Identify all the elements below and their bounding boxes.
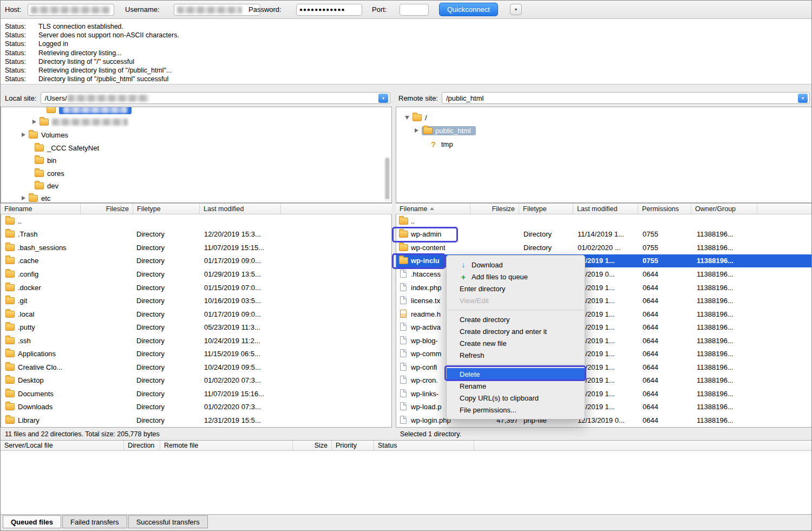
column-header-status[interactable]: Status [374, 441, 474, 450]
file-row[interactable]: .config Directory 01/29/2019 13:5... [1, 267, 391, 281]
local-file-list[interactable]: .. .Trash Directory 12/20/2019 15:3... .… [1, 214, 392, 427]
remote-directory-tree[interactable]: / public_html ? tmp [396, 107, 812, 203]
file-name: .htaccess [411, 267, 441, 281]
local-site-path-input[interactable]: /Users/ ▼ [41, 92, 390, 104]
file-row[interactable]: Downloads Directory 01/02/2020 07:3... [1, 401, 391, 414]
tab-successful-transfers[interactable]: Successful transfers [128, 515, 208, 528]
expand-arrow-icon[interactable] [22, 133, 25, 137]
remote-path-dropdown-button[interactable]: ▼ [798, 94, 808, 103]
local-list-summary: 11 files and 22 directories. Total size:… [1, 427, 392, 440]
menu-item-add-files-to-queue[interactable]: + Add files to queue [447, 271, 585, 283]
host-input[interactable] [28, 4, 114, 16]
tree-item-bin[interactable]: bin [35, 154, 56, 166]
tree-item-ccc-safetynet[interactable]: _CCC SafetyNet [35, 142, 99, 154]
file-row[interactable]: .ssh Directory 10/24/2019 11:2... [1, 334, 391, 348]
column-header-filesize[interactable]: Filesize [470, 204, 519, 214]
menu-item-refresh[interactable]: Refresh [447, 349, 585, 361]
column-header-filename[interactable]: Filename [396, 204, 470, 214]
file-row[interactable]: Library Directory 12/31/2019 15:5... [1, 414, 391, 427]
file-row[interactable]: .putty Directory 05/23/2019 11:3... [1, 320, 391, 334]
tree-item-label: dev [47, 182, 58, 190]
menu-item-file-permissions[interactable]: File permissions... [447, 404, 585, 416]
remote-site-path-input[interactable]: /public_html ▼ [442, 92, 810, 104]
menu-item-download[interactable]: ↓ Download [447, 259, 585, 271]
file-owner-group: 11388196... [697, 228, 734, 241]
transfer-queue-body[interactable] [1, 451, 812, 515]
collapse-arrow-icon[interactable] [405, 116, 409, 120]
column-header-last-modified[interactable]: Last modified [200, 204, 281, 214]
column-header-permissions[interactable]: Permissions [638, 204, 691, 214]
file-row[interactable]: Desktop Directory 01/02/2020 07:3... [1, 374, 391, 388]
username-input[interactable] [174, 4, 260, 16]
file-name: wp-login.php [411, 414, 451, 427]
status-line: Status:Directory listing of "/public_htm… [1, 75, 812, 83]
tree-item-volumes[interactable]: Volumes [22, 129, 68, 141]
menu-item-create-directory-and-enter[interactable]: Create directory and enter it [447, 325, 585, 337]
folder-icon [35, 170, 44, 177]
column-header-size[interactable]: Size [293, 441, 332, 450]
expand-arrow-icon[interactable] [32, 120, 36, 124]
folder-icon [5, 231, 15, 238]
expand-arrow-icon[interactable] [22, 196, 25, 200]
file-row[interactable]: .Trash Directory 12/20/2019 15:3... [1, 228, 391, 241]
column-header-owner-group[interactable]: Owner/Group [691, 204, 757, 214]
tree-item-root[interactable]: / [405, 112, 427, 123]
tree-item-tmp[interactable]: ? tmp [429, 138, 453, 150]
local-directory-tree[interactable]: Volumes _CCC SafetyNet bin cores dev etc [1, 107, 392, 203]
column-header-server-local-file[interactable]: Server/Local file [1, 441, 124, 450]
file-type: Directory [136, 267, 165, 281]
local-path-dropdown-button[interactable]: ▼ [378, 94, 388, 103]
tree-item-redacted-selected[interactable] [47, 107, 132, 115]
tree-item-cores[interactable]: cores [35, 167, 64, 179]
file-row[interactable]: .. [396, 214, 812, 228]
redacted-folder-label [63, 107, 127, 113]
menu-item-create-directory[interactable]: Create directory [447, 313, 585, 325]
quickconnect-button[interactable]: Quickconnect [439, 3, 498, 16]
tree-item-public-html[interactable]: public_html [415, 124, 476, 136]
file-icon [400, 389, 407, 397]
status-line: Status:TLS connection established. [1, 22, 812, 31]
password-input[interactable]: ●●●●●●●●●●●● [296, 4, 362, 16]
folder-icon [47, 107, 56, 113]
menu-item-enter-directory[interactable]: Enter directory [447, 283, 585, 294]
column-header-filename[interactable]: Filename [1, 204, 81, 214]
file-row[interactable]: .cache Directory 01/17/2019 09:0... [1, 254, 391, 268]
file-name: Library [18, 414, 40, 427]
tree-item-dev[interactable]: dev [35, 180, 58, 192]
menu-item-copy-urls[interactable]: Copy URL(s) to clipboard [447, 392, 585, 404]
file-row[interactable]: wp-content Directory 01/02/2020 ... 0755… [396, 241, 812, 254]
tree-item-redacted[interactable] [32, 116, 128, 128]
local-tree-scrollbar[interactable] [384, 157, 390, 201]
file-owner-group: 11388196... [697, 307, 734, 321]
column-header-filetype[interactable]: Filetype [133, 204, 200, 214]
file-row[interactable]: Documents Directory 11/07/2019 15:16... [1, 387, 391, 401]
file-row[interactable]: .. [1, 214, 391, 228]
file-row[interactable]: wp-admin Directory 11/14/2019 1... 0755 … [396, 228, 812, 241]
column-header-remote-file[interactable]: Remote file [160, 441, 293, 450]
tab-failed-transfers[interactable]: Failed transfers [62, 515, 127, 528]
column-header-last-modified[interactable]: Last modified [573, 204, 638, 214]
menu-item-delete[interactable]: Delete [447, 368, 585, 380]
file-row[interactable]: Applications Directory 11/15/2019 06:5..… [1, 347, 391, 360]
column-header-direction[interactable]: Direction [124, 441, 160, 450]
file-row[interactable]: .bash_sessions Directory 11/07/2019 15:1… [1, 241, 391, 254]
file-modified: 12/31/2019 15:5... [204, 414, 261, 427]
file-row[interactable]: .git Directory 10/16/2019 03:5... [1, 294, 391, 307]
port-input[interactable] [400, 4, 429, 16]
file-row[interactable]: .local Directory 01/17/2019 09:0... [1, 307, 391, 321]
expand-arrow-icon[interactable] [415, 128, 418, 133]
tab-queued-files[interactable]: Queued files [3, 515, 61, 528]
file-row[interactable]: Creative Clo... Directory 10/24/2019 09:… [1, 360, 391, 374]
file-name: wp-inclu [411, 254, 440, 268]
status-log: Status:TLS connection established. Statu… [1, 19, 812, 84]
column-header-filesize[interactable]: Filesize [81, 204, 133, 214]
menu-item-rename[interactable]: Rename [447, 380, 585, 392]
tree-item-etc[interactable]: etc [22, 192, 50, 203]
quickconnect-dropdown-button[interactable]: ▼ [510, 4, 522, 15]
folder-icon [5, 377, 15, 384]
column-header-priority[interactable]: Priority [332, 441, 374, 450]
menu-item-create-new-file[interactable]: Create new file [447, 337, 585, 349]
file-row[interactable]: .docker Directory 01/15/2019 07:0... [1, 281, 391, 294]
column-header-filetype[interactable]: Filetype [519, 204, 573, 214]
scrollbar-thumb[interactable] [385, 158, 389, 199]
